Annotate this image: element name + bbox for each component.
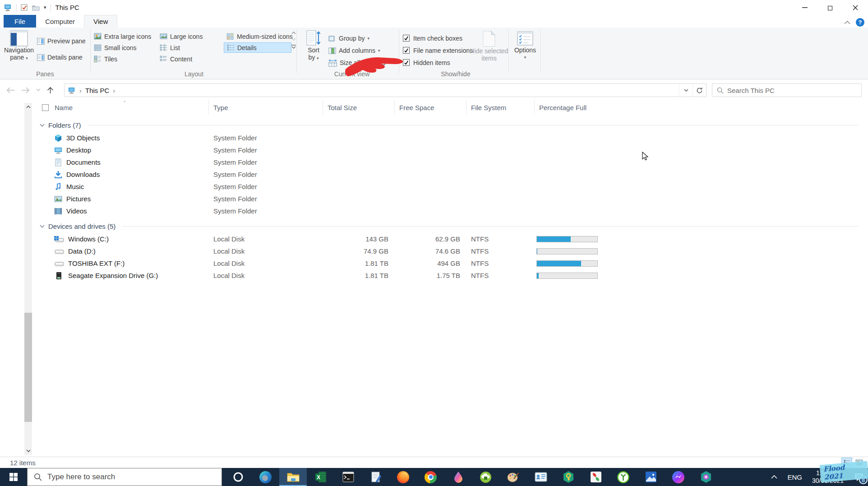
photos-app-icon[interactable] [637, 468, 665, 486]
column-header-type[interactable]: Type [209, 100, 323, 115]
group-header-devices[interactable]: Devices and drives (5) [40, 219, 859, 233]
window-title: This PC [55, 4, 79, 11]
list-item-windows-c[interactable]: Windows (C:) Local Disk 143 GB 62.9 GB N… [42, 233, 868, 245]
taskbar-search-box[interactable] [27, 468, 222, 486]
edge-icon[interactable] [252, 468, 279, 486]
group-collapse-chevron-icon[interactable] [40, 225, 45, 228]
list-item-downloads[interactable]: Downloads System Folder [42, 168, 868, 181]
tab-computer[interactable]: Computer [36, 15, 84, 28]
messenger-icon[interactable] [665, 468, 692, 486]
scrollbar-thumb[interactable] [24, 313, 32, 422]
list-item-data-d[interactable]: Data (D:) Local Disk 74.9 GB 74.6 GB NTF… [42, 245, 868, 257]
download-manager-app-icon[interactable] [582, 468, 609, 486]
breadcrumb-chevron-icon[interactable]: › [113, 87, 115, 94]
options-button[interactable]: Options ▾ [512, 30, 538, 61]
details-icon [227, 44, 235, 51]
layout-details-selected[interactable]: Details [224, 42, 291, 53]
list-item-toshiba-f[interactable]: TOSHIBA EXT (F:) Local Disk 1.81 TB 494 … [42, 257, 868, 269]
collapse-ribbon-chevron-icon[interactable] [844, 21, 850, 24]
left-scrollbar[interactable] [24, 103, 32, 455]
list-item-videos[interactable]: Videos System Folder [42, 205, 868, 217]
up-icon[interactable] [47, 87, 54, 94]
hide-selected-items-button[interactable]: Hide selected items [468, 30, 510, 62]
layout-list[interactable]: List [157, 42, 183, 53]
layout-tiles[interactable]: Tiles [91, 54, 120, 64]
list-item-pictures[interactable]: Pictures System Folder [42, 193, 868, 205]
layout-small-icons[interactable]: Small icons [91, 42, 139, 53]
tab-view[interactable]: View [84, 15, 117, 28]
new-folder-icon[interactable] [32, 5, 40, 11]
column-header-free-space[interactable]: Free Space [395, 100, 466, 115]
breadcrumb[interactable]: › This PC › [65, 87, 679, 94]
refresh-icon[interactable] [693, 84, 706, 97]
help-icon[interactable]: ? [856, 18, 864, 27]
scroll-up-icon[interactable] [24, 103, 32, 111]
contact-card-app-icon[interactable] [527, 468, 554, 486]
layout-medium-icons[interactable]: Medium-sized icons [224, 31, 295, 42]
properties-check-icon[interactable] [21, 4, 28, 11]
address-dropdown-chevron-icon[interactable] [679, 84, 693, 97]
command-prompt-icon[interactable] [334, 468, 362, 486]
hidden-items-checkbox[interactable]: Hidden items [403, 57, 450, 68]
navigation-pane-button[interactable]: Navigation pane ▾ [5, 30, 32, 62]
file-explorer-icon[interactable] [279, 468, 307, 486]
layout-large-icons[interactable]: Large icons [157, 31, 205, 42]
explorer-search-box[interactable] [712, 83, 862, 97]
layout-scroll-up-icon[interactable] [291, 31, 296, 34]
list-item-documents[interactable]: Documents System Folder [42, 156, 868, 168]
windows-drive-icon [54, 236, 64, 243]
recent-locations-chevron-icon[interactable] [36, 88, 41, 92]
treesize-app-icon[interactable] [609, 468, 637, 486]
column-header-name[interactable]: Name [42, 100, 209, 115]
videos-icon [54, 207, 62, 215]
group-header-folders[interactable]: Folders (7) [40, 118, 859, 132]
chrome-icon[interactable] [417, 468, 444, 486]
address-field[interactable]: › This PC › [64, 83, 706, 97]
layout-more-icon[interactable] [291, 45, 296, 49]
minimize-button[interactable] [792, 0, 817, 15]
notepad-icon[interactable] [362, 468, 389, 486]
list-item-seagate-g[interactable]: Seagate Expansion Drive (G:) Local Disk … [42, 269, 868, 282]
cloud-backup-app-icon[interactable] [472, 468, 499, 486]
sort-by-button[interactable]: Sort by ▾ [303, 30, 324, 62]
select-all-checkbox[interactable] [42, 104, 49, 111]
item-check-boxes-checkbox[interactable]: Item check boxes [403, 33, 462, 43]
preview-pane-button[interactable]: Preview pane [37, 36, 86, 46]
group-label-layout: Layout [149, 70, 239, 78]
taskbar-search-input[interactable] [47, 472, 196, 481]
column-header-total-size[interactable]: Total Size [323, 100, 395, 115]
group-by-button[interactable]: Group by▾ [328, 33, 369, 44]
annotation-arrow-hidden-items [344, 52, 404, 78]
layout-content[interactable]: Content [157, 54, 195, 64]
layout-scroll-down-icon[interactable] [291, 38, 296, 41]
column-header-percentage-full[interactable]: Percentage Full [535, 100, 631, 115]
security-app-icon[interactable] [692, 468, 720, 486]
password-manager-app-icon[interactable] [554, 468, 582, 486]
column-header-file-system[interactable]: File System [466, 100, 535, 115]
restore-button[interactable] [817, 0, 843, 15]
list-item-music[interactable]: Music System Folder [42, 181, 868, 193]
paint-icon[interactable] [499, 468, 527, 486]
details-pane-button[interactable]: Details pane [37, 52, 83, 63]
teardrop-app-icon[interactable] [444, 468, 472, 486]
language-indicator[interactable]: ENG [787, 473, 802, 481]
breadcrumb-this-pc[interactable]: This PC [85, 87, 109, 94]
list-item-desktop[interactable]: Desktop System Folder [42, 144, 868, 156]
excel-icon[interactable]: X [307, 468, 334, 486]
tray-show-hidden-icons-chevron[interactable] [771, 475, 777, 479]
cortana-icon[interactable] [224, 468, 252, 486]
qat-customize-chevron-icon[interactable]: ▾ [44, 5, 46, 10]
layout-extra-large-icons[interactable]: Extra large icons [91, 31, 154, 42]
forward-icon[interactable] [21, 87, 30, 93]
close-button[interactable] [843, 0, 868, 15]
group-collapse-chevron-icon[interactable] [40, 124, 45, 127]
scroll-down-icon[interactable] [24, 447, 32, 455]
tab-file[interactable]: File [4, 15, 36, 28]
back-icon[interactable] [6, 87, 15, 93]
file-name-extensions-checkbox[interactable]: File name extensions [403, 45, 473, 56]
breadcrumb-chevron-icon[interactable]: › [79, 87, 82, 94]
start-button[interactable] [0, 468, 27, 486]
firefox-icon[interactable] [389, 468, 417, 486]
list-item-3d-objects[interactable]: 3D Objects System Folder [42, 132, 868, 144]
explorer-search-input[interactable] [727, 87, 840, 94]
